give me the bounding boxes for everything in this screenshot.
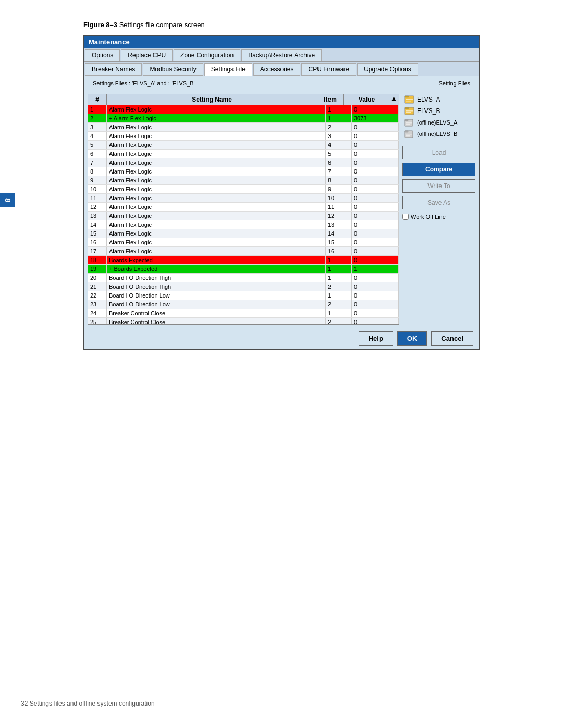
tabs-row-2: Breaker Names Modbus Security Settings F… bbox=[84, 62, 479, 76]
table-row[interactable]: 22 Board I O Direction Low 1 0 bbox=[88, 291, 399, 300]
table-row[interactable]: 15 Alarm Flex Logic 14 0 bbox=[88, 229, 399, 238]
table-row[interactable]: 6 Alarm Flex Logic 5 0 bbox=[88, 150, 399, 158]
svg-rect-9 bbox=[405, 119, 408, 121]
compare-button[interactable]: Compare bbox=[402, 163, 475, 176]
svg-rect-15 bbox=[406, 135, 410, 137]
footer-text: 32 Settings files and offline system con… bbox=[21, 700, 155, 707]
table-row[interactable]: 9 Alarm Flex Logic 8 0 bbox=[88, 176, 399, 185]
ok-button[interactable]: OK bbox=[397, 331, 427, 346]
file-item-1[interactable]: ELVS_B bbox=[402, 105, 475, 117]
table-row[interactable]: 20 Board I O Direction High 1 0 bbox=[88, 274, 399, 282]
td-item: 10 bbox=[326, 194, 352, 202]
td-name: Alarm Flex Logic bbox=[107, 185, 326, 193]
file-icon-1 bbox=[403, 106, 415, 116]
td-value: 0 bbox=[352, 220, 399, 229]
td-num: 10 bbox=[88, 185, 107, 193]
td-num: 4 bbox=[88, 132, 107, 140]
figure-number: Figure 8–3 bbox=[83, 21, 117, 29]
load-button[interactable]: Load bbox=[402, 146, 475, 159]
th-scroll-spacer: ▲ bbox=[390, 94, 399, 105]
table-body: 1 Alarm Flex Logic 1 0 2 + Alarm Flex Lo… bbox=[88, 105, 399, 324]
work-offline-checkbox[interactable] bbox=[402, 214, 409, 220]
tab-breaker-names[interactable]: Breaker Names bbox=[85, 63, 142, 76]
td-num: 20 bbox=[88, 274, 107, 282]
file-items-container: ELVS_A ELVS_B (offline)ELVS_A bbox=[402, 94, 475, 140]
td-num: 1 bbox=[88, 105, 107, 114]
table-row[interactable]: 16 Alarm Flex Logic 15 0 bbox=[88, 238, 399, 247]
td-value: 0 bbox=[352, 167, 399, 176]
table-row[interactable]: 21 Board I O Direction High 2 0 bbox=[88, 282, 399, 291]
svg-rect-7 bbox=[406, 112, 411, 113]
tab-options[interactable]: Options bbox=[85, 49, 120, 61]
td-name: Alarm Flex Logic bbox=[107, 158, 326, 167]
table-row[interactable]: 12 Alarm Flex Logic 11 0 bbox=[88, 203, 399, 212]
file-item-2[interactable]: (offline)ELVS_A bbox=[402, 117, 475, 128]
td-num: 19 bbox=[88, 265, 107, 273]
td-value: 0 bbox=[352, 132, 399, 140]
td-value: 0 bbox=[352, 158, 399, 167]
table-row[interactable]: 19 + Boards Expected 1 1 bbox=[88, 265, 399, 274]
td-item: 2 bbox=[326, 282, 352, 291]
td-item: 14 bbox=[326, 229, 352, 238]
save-as-button[interactable]: Save As bbox=[402, 196, 475, 209]
table-row[interactable]: 3 Alarm Flex Logic 2 0 bbox=[88, 123, 399, 132]
td-name: Alarm Flex Logic bbox=[107, 212, 326, 220]
td-name: Board I O Direction Low bbox=[107, 300, 326, 309]
td-item: 1 bbox=[326, 291, 352, 300]
tab-settings-file[interactable]: Settings File bbox=[204, 63, 252, 76]
td-name: Alarm Flex Logic bbox=[107, 220, 326, 229]
td-name: Alarm Flex Logic bbox=[107, 150, 326, 158]
table-row[interactable]: 8 Alarm Flex Logic 7 0 bbox=[88, 167, 399, 176]
table-row[interactable]: 1 Alarm Flex Logic 1 0 bbox=[88, 105, 399, 114]
file-icon-0 bbox=[403, 95, 415, 104]
td-value: 0 bbox=[352, 141, 399, 149]
help-button[interactable]: Help bbox=[359, 331, 393, 346]
td-name: Alarm Flex Logic bbox=[107, 123, 326, 131]
td-num: 12 bbox=[88, 203, 107, 211]
table-row[interactable]: 10 Alarm Flex Logic 9 0 bbox=[88, 185, 399, 194]
tab-modbus-security[interactable]: Modbus Security bbox=[143, 63, 203, 76]
file-label-0: ELVS_A bbox=[417, 96, 440, 103]
table-row[interactable]: 18 Boards Expected 1 0 bbox=[88, 256, 399, 265]
table-row[interactable]: 11 Alarm Flex Logic 10 0 bbox=[88, 194, 399, 203]
td-name: Alarm Flex Logic bbox=[107, 105, 326, 114]
table-row[interactable]: 23 Board I O Direction Low 2 0 bbox=[88, 300, 399, 309]
file-item-0[interactable]: ELVS_A bbox=[402, 94, 475, 105]
td-name: Alarm Flex Logic bbox=[107, 141, 326, 149]
tab-backup-restore[interactable]: Backup\Restore Archive bbox=[241, 49, 322, 61]
td-name: Boards Expected bbox=[107, 256, 326, 264]
td-num: 17 bbox=[88, 247, 107, 255]
td-value: 0 bbox=[352, 150, 399, 158]
td-value: 0 bbox=[352, 282, 399, 291]
table-row[interactable]: 7 Alarm Flex Logic 6 0 bbox=[88, 158, 399, 167]
table-row[interactable]: 14 Alarm Flex Logic 13 0 bbox=[88, 220, 399, 229]
write-to-button[interactable]: Write To bbox=[402, 179, 475, 193]
cancel-button[interactable]: Cancel bbox=[431, 331, 473, 346]
td-name: Alarm Flex Logic bbox=[107, 238, 326, 246]
td-item: 7 bbox=[326, 167, 352, 176]
svg-rect-11 bbox=[406, 124, 410, 125]
table-row[interactable]: 2 + Alarm Flex Logic 1 3073 bbox=[88, 114, 399, 123]
th-item: Item bbox=[317, 94, 344, 105]
tab-accessories[interactable]: Accessories bbox=[253, 63, 301, 76]
th-value: Value bbox=[344, 94, 390, 105]
settings-table: # Setting Name Item Value ▲ 1 Alarm Flex… bbox=[88, 94, 399, 325]
table-row[interactable]: 13 Alarm Flex Logic 12 0 bbox=[88, 212, 399, 220]
work-offline-label: Work Off Line bbox=[411, 214, 446, 220]
tab-replace-cpu[interactable]: Replace CPU bbox=[121, 49, 173, 61]
table-row[interactable]: 24 Breaker Control Close 1 0 bbox=[88, 309, 399, 318]
tab-cpu-firmware[interactable]: CPU Firmware bbox=[301, 63, 356, 76]
td-num: 9 bbox=[88, 176, 107, 184]
tab-zone-config[interactable]: Zone Configuration bbox=[174, 49, 240, 61]
table-row[interactable]: 5 Alarm Flex Logic 4 0 bbox=[88, 141, 399, 150]
table-row[interactable]: 25 Breaker Control Close 2 0 bbox=[88, 318, 399, 324]
td-item: 2 bbox=[326, 123, 352, 131]
table-row[interactable]: 4 Alarm Flex Logic 3 0 bbox=[88, 132, 399, 141]
tab-upgrade-options[interactable]: Upgrade Options bbox=[357, 63, 418, 76]
file-item-3[interactable]: (offline)ELVS_B bbox=[402, 128, 475, 140]
td-value: 0 bbox=[352, 238, 399, 246]
table-row[interactable]: 17 Alarm Flex Logic 16 0 bbox=[88, 247, 399, 256]
tabs-row-1: Options Replace CPU Zone Configuration B… bbox=[84, 48, 479, 62]
td-item: 9 bbox=[326, 185, 352, 193]
svg-rect-13 bbox=[405, 131, 408, 132]
